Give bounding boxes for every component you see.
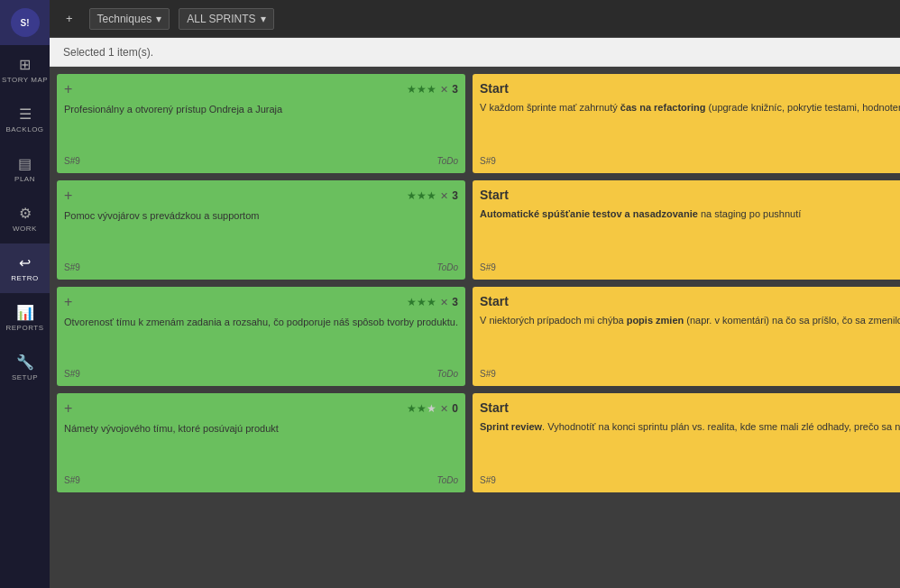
card-header-1-1: Start ★★★ ✕ 2: [480, 188, 900, 202]
card-x-0-0[interactable]: ✕: [440, 84, 448, 96]
card-sprint-1-1: S#9: [480, 262, 496, 272]
techniques-dropdown[interactable]: Techniques ▾: [89, 8, 170, 30]
card-body-0-0: Profesionálny a otvorený prístup Ondreja…: [64, 103, 458, 151]
reports-icon: 📊: [16, 304, 34, 321]
card-0-2[interactable]: + ★★★ ✕ 3 Otvorenosť tímu k zmenám zadan…: [57, 287, 465, 386]
card-footer-0-0: S#9 ToDo: [64, 156, 458, 166]
card-title-1-2: Start: [480, 294, 509, 308]
card-add-0-2[interactable]: +: [64, 294, 72, 310]
card-sprint-0-1: S#9: [64, 262, 80, 272]
card-sprint-0-2: S#9: [64, 369, 80, 379]
sidebar-item-reports[interactable]: 📊 REPORTS: [0, 293, 50, 343]
card-header-0-1: + ★★★ ✕ 3: [64, 188, 458, 204]
card-footer-1-1: S#9 ToDo: [480, 262, 900, 272]
card-stars-0-2: ★★★: [407, 296, 436, 308]
card-title-1-0: Start: [480, 81, 509, 96]
column-1: Start ★★★ ✕ 3 V každom šprinte mať zahrn…: [473, 74, 900, 581]
logo-icon: S!: [11, 8, 40, 37]
card-header-0-3: + ★★★ ✕ 0: [64, 400, 458, 417]
card-sprint-1-0: S#9: [480, 156, 496, 166]
sidebar-item-backlog[interactable]: ☰ BACKLOG: [0, 95, 50, 144]
card-body-0-2: Otvorenosť tímu k zmenám zadania a rozsa…: [64, 316, 458, 363]
statusbar: Selected 1 item(s).: [50, 38, 900, 67]
card-stars-area-0-3: ★★★ ✕ 0: [407, 402, 458, 415]
main-content: + Techniques ▾ ALL SPRINTS ▾ Selected 1 …: [50, 0, 900, 588]
work-icon: ⚙: [19, 205, 32, 222]
sidebar-item-work[interactable]: ⚙ WORK: [0, 194, 50, 243]
card-stars-area-0-2: ★★★ ✕ 3: [407, 296, 458, 308]
all-sprints-dropdown[interactable]: ALL SPRINTS ▾: [179, 8, 273, 30]
sidebar-label-backlog: BACKLOG: [5, 125, 43, 133]
card-sprint-0-0: S#9: [64, 156, 80, 166]
sidebar-item-plan[interactable]: ▤ PLAN: [0, 144, 50, 194]
sidebar-label-setup: SETUP: [12, 373, 38, 381]
card-x-0-1[interactable]: ✕: [440, 190, 448, 202]
column-0: + ★★★ ✕ 3 Profesionálny a otvorený príst…: [57, 74, 465, 581]
card-footer-1-2: S#9 ToDo: [480, 369, 900, 379]
card-0-1[interactable]: + ★★★ ✕ 3 Pomoc vývojárov s prevádzkou a…: [57, 180, 465, 280]
card-0-3[interactable]: + ★★★ ✕ 0 Námety vývojového tímu, ktoré …: [57, 393, 465, 492]
card-footer-1-0: S#9 Done: [480, 156, 900, 166]
sidebar-item-story-map[interactable]: ⊞ STORY MAP: [0, 45, 50, 95]
card-footer-0-2: S#9 ToDo: [64, 369, 458, 379]
card-status-0-1: ToDo: [436, 262, 458, 272]
card-add-0-0[interactable]: +: [64, 81, 72, 97]
sidebar-label-work: WORK: [13, 225, 37, 233]
card-body-1-0: V každom šprinte mať zahrnutý čas na ref…: [480, 101, 900, 151]
card-stars-0-0: ★★★: [407, 83, 436, 96]
techniques-chevron-icon: ▾: [156, 13, 161, 25]
card-stars-0-1: ★★★: [407, 189, 436, 202]
card-1-0[interactable]: Start ★★★ ✕ 3 V každom šprinte mať zahrn…: [473, 74, 900, 173]
card-sprint-1-3: S#9: [480, 475, 496, 485]
card-stars-0-3: ★★★: [407, 402, 436, 415]
card-header-1-2: Start ★★★ ✕ 0: [480, 294, 900, 308]
logo-button[interactable]: S!: [0, 0, 50, 45]
sidebar-item-retro[interactable]: ↩ RETRO: [0, 243, 50, 293]
sidebar: S! ⊞ STORY MAP ☰ BACKLOG ▤ PLAN ⚙ WORK ↩…: [0, 0, 50, 588]
card-1-1[interactable]: Start ★★★ ✕ 2 Automatické spúšťanie test…: [473, 180, 900, 280]
sidebar-label-story-map: STORY MAP: [2, 76, 48, 84]
card-1-2[interactable]: Start ★★★ ✕ 0 V niektorých prípadoch mi …: [473, 287, 900, 386]
card-1-3[interactable]: Start ★★★ ✕ 0 Sprint review. Vyhodnotíť …: [473, 393, 900, 492]
card-stars-area-0-1: ★★★ ✕ 3: [407, 189, 458, 202]
card-footer-0-3: S#9 ToDo: [64, 475, 458, 485]
card-body-1-3: Sprint review. Vyhodnotíť na konci sprin…: [480, 420, 900, 470]
plan-icon: ▤: [18, 155, 32, 172]
setup-icon: 🔧: [16, 354, 34, 371]
card-footer-1-3: S#9 ToDo: [480, 475, 900, 485]
card-footer-0-1: S#9 ToDo: [64, 262, 458, 272]
card-body-0-1: Pomoc vývojárov s prevádzkou a supportom: [64, 209, 458, 257]
card-x-0-2[interactable]: ✕: [440, 297, 448, 308]
card-status-0-0: ToDo: [436, 156, 458, 166]
add-button[interactable]: +: [59, 8, 80, 29]
status-message: Selected 1 item(s).: [63, 46, 153, 59]
card-status-0-2: ToDo: [436, 369, 458, 379]
card-stars-area-0-0: ★★★ ✕ 3: [407, 83, 458, 96]
sidebar-label-retro: RETRO: [11, 274, 39, 282]
card-body-1-1: Automatické spúšťanie testov a nasadzova…: [480, 207, 900, 257]
card-count-0-3: 0: [452, 402, 458, 415]
card-count-0-1: 3: [452, 189, 458, 202]
sidebar-label-plan: PLAN: [14, 175, 35, 183]
card-sprint-1-2: S#9: [480, 369, 496, 379]
card-header-1-3: Start ★★★ ✕ 0: [480, 400, 900, 415]
topbar: + Techniques ▾ ALL SPRINTS ▾: [50, 0, 900, 38]
card-add-0-1[interactable]: +: [64, 188, 72, 204]
sidebar-item-setup[interactable]: 🔧 SETUP: [0, 343, 50, 392]
card-add-0-3[interactable]: +: [64, 400, 72, 417]
all-sprints-label: ALL SPRINTS: [187, 13, 255, 25]
sidebar-label-reports: REPORTS: [5, 324, 43, 332]
all-sprints-chevron-icon: ▾: [261, 13, 266, 25]
story-map-icon: ⊞: [19, 56, 31, 73]
techniques-label: Techniques: [97, 13, 152, 25]
backlog-icon: ☰: [19, 106, 32, 123]
card-0-0[interactable]: + ★★★ ✕ 3 Profesionálny a otvorený príst…: [57, 74, 465, 173]
card-header-0-0: + ★★★ ✕ 3: [64, 81, 458, 97]
card-sprint-0-3: S#9: [64, 475, 80, 485]
card-x-0-3[interactable]: ✕: [440, 403, 448, 415]
card-status-0-3: ToDo: [436, 475, 458, 485]
card-count-0-0: 3: [452, 83, 458, 96]
card-title-1-1: Start: [480, 188, 509, 202]
card-title-1-3: Start: [480, 400, 509, 415]
card-count-0-2: 3: [452, 296, 458, 308]
